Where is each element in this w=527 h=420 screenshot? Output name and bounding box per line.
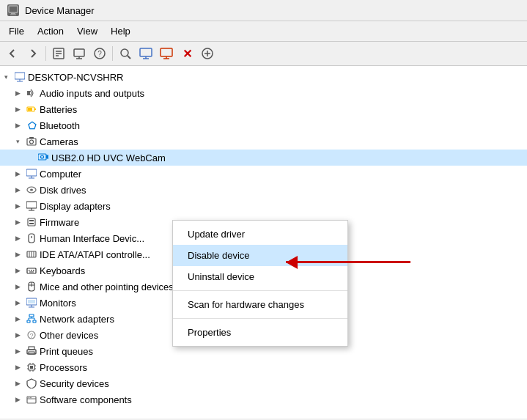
display-label: Display adapters (40, 201, 111, 212)
forward-button[interactable] (23, 44, 43, 63)
computer-expand[interactable]: ▶ (12, 168, 23, 180)
svg-rect-0 (9, 6, 18, 12)
context-properties[interactable]: Properties (173, 322, 347, 343)
svg-rect-23 (15, 73, 25, 79)
tree-item-computer[interactable]: ▶ Computer (0, 166, 527, 182)
svg-point-90 (30, 397, 32, 399)
tree-item-processors[interactable]: ▶ Processors (0, 359, 527, 375)
computer-icon (26, 168, 37, 180)
context-update-driver[interactable]: Update driver (173, 224, 347, 245)
menu-help[interactable]: Help (105, 23, 136, 40)
context-separator-1 (173, 290, 347, 291)
menu-action[interactable]: Action (32, 23, 70, 40)
tree-item-batteries[interactable]: ▶ Batteries (0, 101, 527, 117)
context-separator-2 (173, 318, 347, 319)
tree-item-security[interactable]: ▶ Security devices (0, 375, 527, 391)
monitors-expand[interactable]: ▶ (12, 297, 23, 309)
computer-button[interactable] (136, 44, 155, 63)
mice-expand[interactable]: ▶ (12, 281, 23, 292)
keyboards-label: Keyboards (40, 265, 85, 276)
add-button[interactable] (198, 44, 217, 63)
network-icon (26, 313, 37, 325)
svg-rect-29 (28, 108, 32, 111)
back-button[interactable] (3, 44, 22, 63)
hid-expand[interactable]: ▶ (12, 232, 23, 244)
tree-item-webcam[interactable]: USB2.0 HD UVC WebCam (0, 150, 527, 166)
monitors-icon (26, 297, 37, 309)
svg-rect-78 (30, 366, 33, 369)
print-expand[interactable]: ▶ (12, 345, 23, 357)
mice-label: Mice and other pointing devices (40, 281, 174, 292)
audio-expand[interactable]: ▶ (12, 87, 23, 99)
batteries-label: Batteries (40, 104, 77, 115)
disk-label: Disk drives (40, 185, 86, 196)
bluetooth-icon: ⬠ (26, 119, 37, 131)
print-label: Print queues (40, 346, 93, 357)
svg-point-40 (30, 189, 33, 191)
svg-rect-36 (26, 169, 37, 176)
svg-rect-33 (38, 154, 46, 160)
tree-item-display[interactable]: ▶ Display adapters (0, 198, 527, 214)
root-label: DESKTOP-NCVSHRR (28, 72, 124, 83)
tree-item-bluetooth[interactable]: ▶ ⬠ Bluetooth (0, 117, 527, 133)
keyboards-icon (26, 265, 37, 276)
svg-rect-17 (161, 48, 172, 56)
tree-item-audio[interactable]: ▶ Audio inputs and outputs (0, 85, 527, 101)
svg-rect-75 (29, 347, 34, 350)
ide-expand[interactable]: ▶ (12, 248, 23, 260)
security-label: Security devices (40, 378, 109, 389)
svg-rect-54 (29, 270, 30, 271)
context-disable-device[interactable]: Disable device (173, 245, 347, 266)
tree-item-disk[interactable]: ▶ Disk drives (0, 182, 527, 198)
batteries-icon (26, 103, 37, 115)
svg-rect-28 (34, 108, 36, 110)
context-menu: Update driver Disable device Uninstall d… (172, 220, 348, 347)
other-expand[interactable]: ▶ (12, 329, 23, 341)
network-expand[interactable]: ▶ (12, 313, 23, 325)
firmware-icon (26, 216, 37, 228)
tree-root[interactable]: ▾ DESKTOP-NCVSHRR (0, 69, 527, 85)
firmware-label: Firmware (40, 217, 79, 228)
audio-label: Audio inputs and outputs (40, 88, 144, 99)
processors-label: Processors (40, 362, 87, 373)
batteries-expand[interactable]: ▶ (12, 103, 23, 115)
svg-point-31 (30, 140, 34, 144)
ide-label: IDE ATA/ATAPI controlle... (40, 249, 150, 260)
disk-expand[interactable]: ▶ (12, 184, 23, 196)
webcam-expand (23, 152, 35, 163)
remove-button[interactable]: ✕ (177, 44, 196, 63)
cameras-expand[interactable]: ▾ (12, 136, 23, 147)
tree-item-software[interactable]: ▶ Software components (0, 391, 527, 408)
software-expand[interactable]: ▶ (12, 394, 23, 405)
other-label: Other devices (40, 330, 98, 341)
svg-rect-45 (29, 220, 34, 221)
svg-rect-32 (29, 137, 34, 139)
context-scan-hardware[interactable]: Scan for hardware changes (173, 294, 347, 315)
svg-rect-30 (27, 139, 36, 145)
security-expand[interactable]: ▶ (12, 377, 23, 389)
help-button[interactable]: ? (90, 44, 109, 63)
keyboards-expand[interactable]: ▶ (12, 265, 23, 276)
update-driver-button[interactable] (70, 44, 89, 63)
ide-icon (26, 248, 37, 260)
svg-rect-67 (33, 320, 36, 323)
processors-expand[interactable]: ▶ (12, 361, 23, 373)
svg-rect-76 (29, 352, 34, 354)
firmware-expand[interactable]: ▶ (12, 216, 23, 228)
svg-text:?: ? (97, 50, 102, 58)
root-expand[interactable]: ▾ (0, 71, 12, 83)
properties-button[interactable] (49, 44, 68, 63)
bluetooth-expand[interactable]: ▶ (12, 119, 23, 131)
uninstall-button[interactable] (157, 44, 176, 63)
disk-icon (26, 184, 37, 196)
software-icon (26, 394, 37, 405)
hid-label: Human Interface Devic... (40, 233, 144, 244)
menu-bar: File Action View Help (0, 21, 527, 42)
menu-file[interactable]: File (3, 23, 30, 40)
other-icon: ? (26, 329, 37, 341)
tree-item-cameras[interactable]: ▾ Cameras (0, 133, 527, 150)
scan-button[interactable] (116, 44, 135, 63)
context-uninstall-device[interactable]: Uninstall device (173, 266, 347, 287)
display-expand[interactable]: ▶ (12, 200, 23, 212)
menu-view[interactable]: View (71, 23, 103, 40)
